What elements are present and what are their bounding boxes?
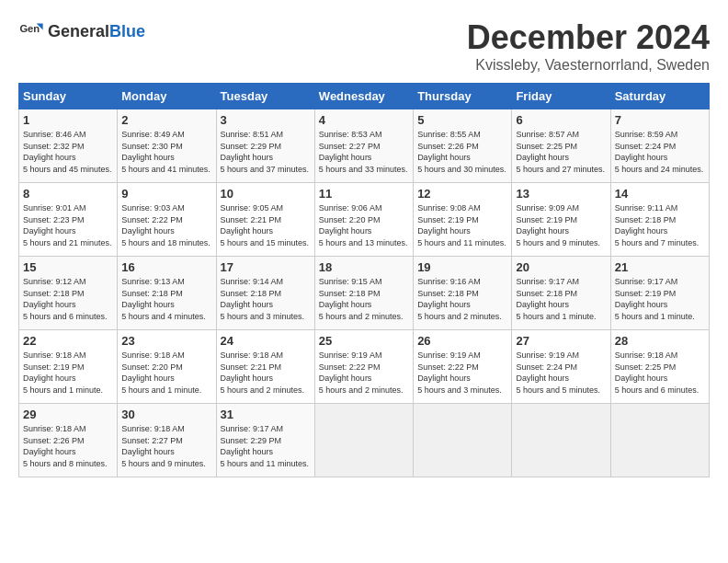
day-number: 6 bbox=[516, 113, 606, 127]
calendar-week-row: 29Sunrise: 9:18 AMSunset: 2:26 PMDayligh… bbox=[19, 404, 710, 477]
day-info: Sunrise: 8:51 AMSunset: 2:29 PMDaylight … bbox=[221, 129, 311, 175]
day-number: 28 bbox=[615, 334, 705, 348]
calendar-cell: 16Sunrise: 9:13 AMSunset: 2:18 PMDayligh… bbox=[118, 257, 216, 330]
logo-icon: Gen bbox=[18, 18, 44, 44]
day-number: 2 bbox=[121, 113, 211, 127]
day-info: Sunrise: 8:55 AMSunset: 2:26 PMDaylight … bbox=[417, 129, 507, 175]
day-info: Sunrise: 9:01 AMSunset: 2:23 PMDaylight … bbox=[23, 202, 113, 248]
calendar-body: 1Sunrise: 8:46 AMSunset: 2:32 PMDaylight… bbox=[19, 109, 710, 477]
day-number: 5 bbox=[417, 113, 507, 127]
calendar-cell: 9Sunrise: 9:03 AMSunset: 2:22 PMDaylight… bbox=[118, 183, 216, 257]
calendar-cell: 21Sunrise: 9:17 AMSunset: 2:19 PMDayligh… bbox=[610, 257, 709, 330]
calendar-cell: 27Sunrise: 9:19 AMSunset: 2:24 PMDayligh… bbox=[512, 330, 610, 404]
calendar-header-row: SundayMondayTuesdayWednesdayThursdayFrid… bbox=[19, 84, 710, 109]
day-number: 9 bbox=[121, 187, 211, 201]
location-title: Kvissleby, Vaesternorrland, Sweden bbox=[467, 57, 710, 74]
day-number: 29 bbox=[23, 408, 113, 421]
calendar-cell: 2Sunrise: 8:49 AMSunset: 2:30 PMDaylight… bbox=[118, 109, 216, 183]
day-number: 14 bbox=[615, 187, 705, 201]
day-number: 21 bbox=[615, 260, 705, 274]
logo: Gen GeneralBlue bbox=[18, 18, 145, 44]
calendar-cell: 20Sunrise: 9:17 AMSunset: 2:18 PMDayligh… bbox=[512, 257, 610, 330]
calendar-week-row: 22Sunrise: 9:18 AMSunset: 2:19 PMDayligh… bbox=[19, 330, 710, 404]
day-info: Sunrise: 9:18 AMSunset: 2:20 PMDaylight … bbox=[121, 350, 211, 396]
calendar-cell: 11Sunrise: 9:06 AMSunset: 2:20 PMDayligh… bbox=[314, 183, 413, 257]
day-info: Sunrise: 9:03 AMSunset: 2:22 PMDaylight … bbox=[121, 202, 211, 248]
calendar-week-row: 1Sunrise: 8:46 AMSunset: 2:32 PMDaylight… bbox=[19, 109, 710, 183]
calendar-cell: 7Sunrise: 8:59 AMSunset: 2:24 PMDaylight… bbox=[610, 109, 709, 183]
day-number: 12 bbox=[417, 187, 507, 201]
day-info: Sunrise: 9:17 AMSunset: 2:29 PMDaylight … bbox=[221, 423, 311, 469]
day-of-week-header: Saturday bbox=[610, 84, 709, 109]
day-number: 30 bbox=[121, 408, 211, 421]
logo-general: General bbox=[48, 22, 109, 40]
header: Gen GeneralBlue December 2024 Kvissleby,… bbox=[18, 18, 710, 74]
day-info: Sunrise: 9:18 AMSunset: 2:25 PMDaylight … bbox=[615, 350, 705, 396]
day-info: Sunrise: 9:12 AMSunset: 2:18 PMDaylight … bbox=[23, 276, 113, 322]
day-info: Sunrise: 9:17 AMSunset: 2:18 PMDaylight … bbox=[516, 276, 606, 322]
day-number: 31 bbox=[221, 408, 311, 421]
day-info: Sunrise: 9:18 AMSunset: 2:27 PMDaylight … bbox=[121, 423, 211, 469]
day-number: 27 bbox=[516, 334, 606, 348]
calendar-cell: 6Sunrise: 8:57 AMSunset: 2:25 PMDaylight… bbox=[512, 109, 610, 183]
day-info: Sunrise: 9:08 AMSunset: 2:19 PMDaylight … bbox=[417, 202, 507, 248]
day-info: Sunrise: 9:05 AMSunset: 2:21 PMDaylight … bbox=[221, 202, 311, 248]
day-info: Sunrise: 9:14 AMSunset: 2:18 PMDaylight … bbox=[221, 276, 311, 322]
day-info: Sunrise: 8:53 AMSunset: 2:27 PMDaylight … bbox=[319, 129, 409, 175]
day-info: Sunrise: 9:15 AMSunset: 2:18 PMDaylight … bbox=[319, 276, 409, 322]
day-number: 1 bbox=[23, 113, 113, 127]
day-info: Sunrise: 9:18 AMSunset: 2:19 PMDaylight … bbox=[23, 350, 113, 396]
day-info: Sunrise: 8:59 AMSunset: 2:24 PMDaylight … bbox=[615, 129, 705, 175]
day-of-week-header: Thursday bbox=[414, 84, 512, 109]
calendar-cell: 22Sunrise: 9:18 AMSunset: 2:19 PMDayligh… bbox=[19, 330, 118, 404]
day-number: 25 bbox=[319, 334, 409, 348]
title-area: December 2024 Kvissleby, Vaesternorrland… bbox=[467, 18, 710, 74]
calendar-cell: 1Sunrise: 8:46 AMSunset: 2:32 PMDaylight… bbox=[19, 109, 118, 183]
day-info: Sunrise: 9:18 AMSunset: 2:26 PMDaylight … bbox=[23, 423, 113, 469]
day-number: 3 bbox=[221, 113, 311, 127]
day-info: Sunrise: 8:49 AMSunset: 2:30 PMDaylight … bbox=[121, 129, 211, 175]
svg-text:Gen: Gen bbox=[19, 23, 40, 34]
calendar-table: SundayMondayTuesdayWednesdayThursdayFrid… bbox=[18, 83, 710, 477]
day-info: Sunrise: 9:18 AMSunset: 2:21 PMDaylight … bbox=[221, 350, 311, 396]
calendar-cell: 19Sunrise: 9:16 AMSunset: 2:18 PMDayligh… bbox=[414, 257, 512, 330]
day-of-week-header: Monday bbox=[118, 84, 216, 109]
month-title: December 2024 bbox=[467, 18, 710, 57]
calendar-cell bbox=[414, 404, 512, 477]
day-number: 20 bbox=[516, 260, 606, 274]
calendar-cell: 13Sunrise: 9:09 AMSunset: 2:19 PMDayligh… bbox=[512, 183, 610, 257]
calendar-cell: 5Sunrise: 8:55 AMSunset: 2:26 PMDaylight… bbox=[414, 109, 512, 183]
day-info: Sunrise: 9:11 AMSunset: 2:18 PMDaylight … bbox=[615, 202, 705, 248]
day-of-week-header: Friday bbox=[512, 84, 610, 109]
day-number: 17 bbox=[221, 260, 311, 274]
day-info: Sunrise: 9:19 AMSunset: 2:22 PMDaylight … bbox=[417, 350, 507, 396]
calendar-cell: 30Sunrise: 9:18 AMSunset: 2:27 PMDayligh… bbox=[118, 404, 216, 477]
day-info: Sunrise: 9:16 AMSunset: 2:18 PMDaylight … bbox=[417, 276, 507, 322]
day-number: 7 bbox=[615, 113, 705, 127]
calendar-cell: 26Sunrise: 9:19 AMSunset: 2:22 PMDayligh… bbox=[414, 330, 512, 404]
day-number: 13 bbox=[516, 187, 606, 201]
calendar-week-row: 8Sunrise: 9:01 AMSunset: 2:23 PMDaylight… bbox=[19, 183, 710, 257]
calendar-cell: 25Sunrise: 9:19 AMSunset: 2:22 PMDayligh… bbox=[314, 330, 413, 404]
calendar-cell: 23Sunrise: 9:18 AMSunset: 2:20 PMDayligh… bbox=[118, 330, 216, 404]
day-number: 11 bbox=[319, 187, 409, 201]
day-info: Sunrise: 9:13 AMSunset: 2:18 PMDaylight … bbox=[121, 276, 211, 322]
day-number: 26 bbox=[417, 334, 507, 348]
day-info: Sunrise: 9:06 AMSunset: 2:20 PMDaylight … bbox=[319, 202, 409, 248]
day-of-week-header: Sunday bbox=[19, 84, 118, 109]
day-number: 22 bbox=[23, 334, 113, 348]
day-info: Sunrise: 8:46 AMSunset: 2:32 PMDaylight … bbox=[23, 129, 113, 175]
calendar-cell: 29Sunrise: 9:18 AMSunset: 2:26 PMDayligh… bbox=[19, 404, 118, 477]
calendar-cell bbox=[610, 404, 709, 477]
day-number: 19 bbox=[417, 260, 507, 274]
day-number: 24 bbox=[221, 334, 311, 348]
calendar-cell: 31Sunrise: 9:17 AMSunset: 2:29 PMDayligh… bbox=[216, 404, 314, 477]
day-number: 15 bbox=[23, 260, 113, 274]
calendar-cell: 4Sunrise: 8:53 AMSunset: 2:27 PMDaylight… bbox=[314, 109, 413, 183]
calendar-week-row: 15Sunrise: 9:12 AMSunset: 2:18 PMDayligh… bbox=[19, 257, 710, 330]
calendar-cell: 17Sunrise: 9:14 AMSunset: 2:18 PMDayligh… bbox=[216, 257, 314, 330]
calendar-cell: 15Sunrise: 9:12 AMSunset: 2:18 PMDayligh… bbox=[19, 257, 118, 330]
calendar-cell: 10Sunrise: 9:05 AMSunset: 2:21 PMDayligh… bbox=[216, 183, 314, 257]
day-number: 23 bbox=[121, 334, 211, 348]
calendar-cell: 3Sunrise: 8:51 AMSunset: 2:29 PMDaylight… bbox=[216, 109, 314, 183]
